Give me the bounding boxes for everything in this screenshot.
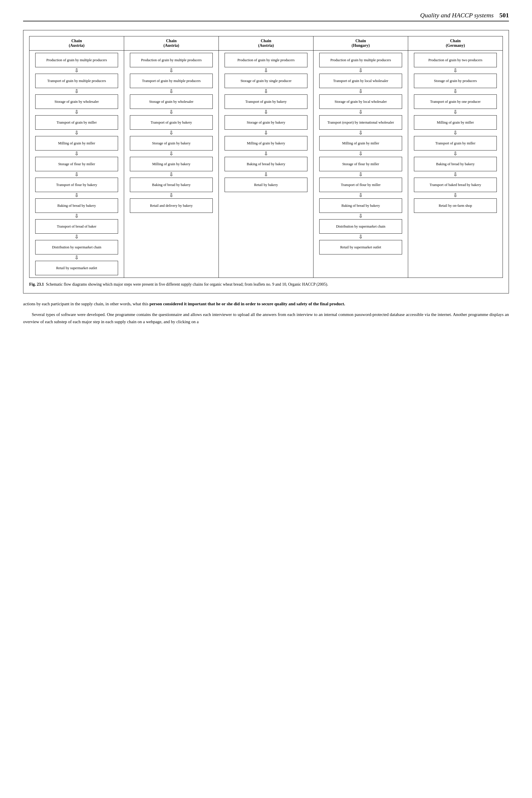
arrow-down-icon: ⇩ bbox=[453, 151, 457, 156]
chain-step-box: Milling of grain by bakery bbox=[130, 157, 213, 171]
arrow-down-icon: ⇩ bbox=[264, 151, 268, 156]
fig-caption-text: Schematic flow diagrams showing which ma… bbox=[46, 282, 328, 286]
arrow-down-icon: ⇩ bbox=[264, 109, 268, 115]
arrow-down-icon: ⇩ bbox=[264, 172, 268, 177]
arrow-down-icon: ⇩ bbox=[169, 89, 173, 94]
body-paragraph-1: actions by each participant in the suppl… bbox=[23, 300, 509, 308]
arrow-down-icon: ⇩ bbox=[75, 89, 79, 94]
chain-steps-4: Production of grain by two producers⇩Sto… bbox=[408, 51, 502, 215]
arrow-down-icon: ⇩ bbox=[264, 89, 268, 94]
arrow-down-icon: ⇩ bbox=[264, 130, 268, 135]
chain-step-box: Baking of bread by bakery bbox=[225, 157, 307, 171]
fig-caption: Fig. 23.1 Schematic flow diagrams showin… bbox=[29, 281, 503, 287]
arrow-down-icon: ⇩ bbox=[359, 151, 363, 156]
arrow-down-icon: ⇩ bbox=[359, 193, 363, 198]
arrow-down-icon: ⇩ bbox=[264, 68, 268, 73]
chain-step-box: Production of grain by multiple producer… bbox=[130, 53, 213, 67]
chain-step-box: Baking of bread by bakery bbox=[319, 199, 402, 213]
arrow-down-icon: ⇩ bbox=[453, 89, 457, 94]
chain-step-box: Storage of flour by miller bbox=[35, 157, 118, 171]
arrow-down-icon: ⇩ bbox=[359, 89, 363, 94]
page-number: 501 bbox=[499, 12, 509, 19]
chain-column-4: Chain(Germany)Production of grain by two… bbox=[408, 36, 503, 278]
arrow-down-icon: ⇩ bbox=[75, 151, 79, 156]
chain-column-1: Chain(Austria)Production of grain by mul… bbox=[124, 36, 219, 278]
arrow-down-icon: ⇩ bbox=[75, 214, 79, 219]
arrow-down-icon: ⇩ bbox=[169, 193, 173, 198]
chain-step-box: Transport of grain by miller bbox=[35, 115, 118, 130]
chain-step-box: Milling of grain by miller bbox=[319, 136, 402, 150]
arrow-down-icon: ⇩ bbox=[359, 109, 363, 115]
chain-step-box: Transport of grain by multiple producers bbox=[130, 74, 213, 88]
chain-column-3: Chain(Hungary)Production of grain by mul… bbox=[314, 36, 408, 278]
chain-step-box: Retail by on-farm shop bbox=[414, 199, 497, 213]
arrow-down-icon: ⇩ bbox=[169, 172, 173, 177]
chain-header-0: Chain(Austria) bbox=[30, 36, 124, 51]
chain-step-box: Transport of grain by multiple producers bbox=[35, 74, 118, 88]
chain-step-box: Transport of grain by miller bbox=[414, 136, 497, 150]
figure-container: Chain(Austria)Production of grain by mul… bbox=[23, 30, 509, 294]
arrow-down-icon: ⇩ bbox=[75, 130, 79, 135]
chain-step-box: Transport of grain by bakery bbox=[130, 115, 213, 130]
arrow-down-icon: ⇩ bbox=[169, 68, 173, 73]
chain-step-box: Production of grain by multiple producer… bbox=[319, 53, 402, 67]
arrow-down-icon: ⇩ bbox=[359, 214, 363, 219]
fig-label: Fig. 23.1 bbox=[29, 282, 44, 286]
chain-step-box: Milling of grain by bakery bbox=[225, 136, 307, 150]
chain-step-box: Storage of grain by bakery bbox=[130, 136, 213, 150]
chain-step-box: Transport of flour by bakery bbox=[35, 178, 118, 192]
chain-step-box: Storage of grain by single producer bbox=[225, 74, 307, 88]
arrow-down-icon: ⇩ bbox=[169, 109, 173, 115]
arrow-down-icon: ⇩ bbox=[75, 172, 79, 177]
chain-header-1: Chain(Austria) bbox=[124, 36, 218, 51]
chain-step-box: Retail by supermarket outlet bbox=[319, 240, 402, 255]
chain-header-2: Chain(Austria) bbox=[219, 36, 313, 51]
chain-step-box: Transport of flour by miller bbox=[319, 178, 402, 192]
arrow-down-icon: ⇩ bbox=[453, 109, 457, 115]
chain-step-box: Baking of bread by bakery bbox=[130, 178, 213, 192]
chain-step-box: Storage of grain by bakery bbox=[225, 115, 307, 130]
body-paragraph-2: Several types of software were developed… bbox=[23, 311, 509, 326]
chain-step-box: Milling of grain by miller bbox=[414, 115, 497, 130]
chain-header-3: Chain(Hungary) bbox=[314, 36, 408, 51]
arrow-down-icon: ⇩ bbox=[359, 68, 363, 73]
arrow-down-icon: ⇩ bbox=[359, 172, 363, 177]
chain-steps-0: Production of grain by multiple producer… bbox=[30, 51, 124, 278]
chain-step-box: Milling of grain by miller bbox=[35, 136, 118, 150]
chain-step-box: Distribution by supermarket chain bbox=[319, 219, 402, 234]
chain-step-box: Transport of grain by bakery bbox=[225, 94, 307, 109]
chain-step-box: Storage of flour by miller bbox=[319, 157, 402, 171]
chain-step-box: Baking of bread by bakery bbox=[414, 157, 497, 171]
chain-header-4: Chain(Germany) bbox=[408, 36, 502, 51]
chain-steps-1: Production of grain by multiple producer… bbox=[124, 51, 218, 215]
chain-step-box: Retail by supermarket outlet bbox=[35, 261, 118, 275]
arrow-down-icon: ⇩ bbox=[359, 130, 363, 135]
chain-step-box: Retail by bakery bbox=[225, 178, 307, 192]
arrow-down-icon: ⇩ bbox=[75, 193, 79, 198]
arrow-down-icon: ⇩ bbox=[75, 109, 79, 115]
chain-step-box: Retail and delivery by bakery bbox=[130, 199, 213, 213]
chain-step-box: Production of grain by multiple producer… bbox=[35, 53, 118, 67]
page-header: Quality and HACCP systems 501 bbox=[23, 12, 509, 21]
chain-step-box: Transport of bread of baker bbox=[35, 219, 118, 234]
chain-step-box: Transport of grain by one producer bbox=[414, 94, 497, 109]
body-text: actions by each participant in the suppl… bbox=[23, 300, 509, 325]
chain-column-2: Chain(Austria)Production of grain by sin… bbox=[219, 36, 314, 278]
chain-step-box: Storage of grain by producers bbox=[414, 74, 497, 88]
arrow-down-icon: ⇩ bbox=[453, 172, 457, 177]
arrow-down-icon: ⇩ bbox=[169, 130, 173, 135]
chain-column-0: Chain(Austria)Production of grain by mul… bbox=[30, 36, 124, 278]
arrow-down-icon: ⇩ bbox=[359, 234, 363, 239]
chain-step-box: Production of grain by two producers bbox=[414, 53, 497, 67]
arrow-down-icon: ⇩ bbox=[75, 68, 79, 73]
arrow-down-icon: ⇩ bbox=[453, 68, 457, 73]
chain-step-box: Production of grain by single producers bbox=[225, 53, 307, 67]
chain-step-box: Baking of bread by bakery bbox=[35, 199, 118, 213]
arrow-down-icon: ⇩ bbox=[75, 234, 79, 239]
chain-steps-2: Production of grain by single producers⇩… bbox=[219, 51, 313, 194]
page-title: Quality and HACCP systems bbox=[420, 12, 494, 19]
chain-step-box: Distribution by supermarket chain bbox=[35, 240, 118, 255]
chain-step-box: Transport of baked bread by bakery bbox=[414, 178, 497, 192]
chain-step-box: Storage of grain by wholesaler bbox=[35, 94, 118, 109]
arrow-down-icon: ⇩ bbox=[169, 151, 173, 156]
